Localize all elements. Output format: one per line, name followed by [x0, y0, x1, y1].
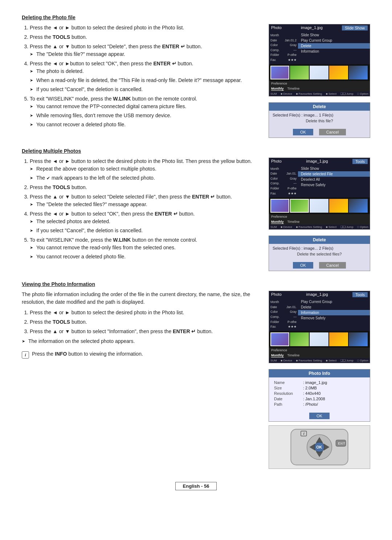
tab-active-2a: Tools	[352, 159, 368, 164]
dialog-body-1: Selected File(s) : image... 1 File(s) De…	[269, 111, 370, 127]
dialog-cancel-btn-2[interactable]: Cancel	[319, 262, 346, 269]
remote-svg: i EXIT OK	[269, 426, 370, 469]
menu-remove-safely: Remove Safely	[298, 182, 370, 188]
thumb-img-2-2	[291, 200, 308, 212]
photo-label-1a: Photo	[271, 25, 282, 30]
value-path: : /Photo/	[303, 402, 318, 406]
dialog-selected-text-1: Selected File(s) : image... 1 File(s)	[273, 113, 366, 117]
svg-text:EXIT: EXIT	[338, 442, 345, 445]
text-col-3: The photo file information including the…	[22, 291, 258, 359]
photo-info-buttons: OK	[269, 410, 370, 421]
note-1-4a: The photo is deleted.	[30, 68, 258, 75]
footer-sum-2: SUM	[270, 225, 277, 229]
info-comp-2: Comp.---	[270, 181, 297, 186]
value-date: : Jan.1.2008	[303, 397, 325, 401]
pref-monthly-3: Monthly	[271, 353, 284, 357]
ui-pref-bar-3b: Monthly Timeline	[269, 353, 370, 358]
step-1-2: Press the TOOLS button.	[30, 33, 258, 41]
footer-option-2: □ Option	[357, 225, 368, 229]
footer-device-2: ■ Device	[281, 225, 292, 229]
ui-menu-1a: Slide Show Play Current Group Delete Inf…	[298, 32, 370, 64]
ui-menu-2a: Slide Show Delete selected File Deselect…	[298, 165, 370, 198]
footer-jump: ❏❏ Jump	[340, 92, 354, 95]
dialog-title-2: Delete	[269, 236, 370, 244]
steps-list-3: Press the ◄ or ► button to select the de…	[22, 309, 258, 335]
info-comp: Comp.---	[270, 48, 297, 53]
ui-pref-bar-3a: Preference	[269, 348, 370, 353]
thumb-img-2-5	[349, 199, 368, 213]
menu-remove-safely-3: Remove Safely	[298, 315, 370, 321]
ui-footer-3a: SUM ■ Device ■ Favourites Setting ■ Sele…	[269, 358, 370, 363]
note-3-1: The information on the selected photo ap…	[22, 338, 258, 345]
section-viewing-photo-info: Viewing the Photo Information The photo …	[22, 281, 370, 469]
filename-2a: image_1.jpg	[306, 159, 328, 164]
page-footer: English - 56	[22, 480, 370, 492]
ui-screenshot-2a: Photo image_1.jpg Tools Month DateJan.01…	[269, 158, 370, 230]
text-col-2: Press the ◄ or ► button to select the de…	[22, 158, 258, 263]
thumb-img-3-3	[310, 332, 328, 346]
thumb-img-2-4	[329, 199, 348, 213]
note-2-1b: The ✔ mark appears to the left of the se…	[30, 174, 258, 182]
photo-info-path: Path : /Photo/	[274, 402, 365, 406]
step-1-4: Press the ◄ or ►button to select "OK", t…	[30, 60, 258, 93]
photo-info-body: Name : image_1.jpg Size : 2.0MB Resoluti…	[269, 377, 370, 410]
info-note-3: i Press the INFO button to viewing the i…	[22, 351, 258, 359]
ui-thumbnails-1a	[269, 64, 370, 81]
dialog-ok-btn-1[interactable]: OK	[293, 129, 313, 135]
info-fav-2: Fav.★★★	[270, 191, 297, 196]
step-2-3: Press the ▲ or ▼ button to select "Delet…	[30, 193, 258, 208]
ui-col-1: Photo image_1.jpg Slide Show Month DateJ…	[269, 24, 370, 138]
ui-header-3a: Photo image_1.jpg Tools	[269, 291, 370, 298]
ui-info-panel-3a: Month DateJan.01. ColorGray Comp.--- Fol…	[269, 298, 298, 331]
menu-play-current: Play Current Group	[298, 38, 370, 43]
ui-screenshot-3a: Photo image_1.jpg Tools Month DateJan.01…	[269, 291, 370, 363]
info-folder-3: FolderP-othe	[270, 320, 297, 325]
info-month: Month	[270, 33, 297, 38]
photo-info-ok-btn[interactable]: OK	[309, 413, 330, 419]
ui-main-area-1a: Month DateJan.01.2 ColorGray Comp.--- Fo…	[269, 32, 370, 64]
menu-play-current-3: Play Current Group	[298, 299, 370, 304]
info-month-3: Month	[270, 300, 297, 305]
thumb-4	[329, 66, 348, 79]
ui-header-2a: Photo image_1.jpg Tools	[269, 158, 370, 165]
photo-label-2a: Photo	[271, 159, 282, 164]
tab-active-3a: Tools	[352, 292, 368, 297]
ui-pref-bar-2a: Preference	[269, 214, 370, 219]
photo-info-title: Photo Info	[269, 369, 370, 377]
thumb-3-4	[329, 332, 348, 346]
info-date-3: DateJan.01.	[270, 305, 297, 310]
thumb-img-4	[329, 66, 348, 79]
thumb-img-5	[349, 66, 368, 79]
value-size: : 2.0MB	[303, 386, 317, 390]
menu-delete-active: Delete	[298, 43, 370, 49]
ui-screenshot-1a: Photo image_1.jpg Slide Show Month DateJ…	[269, 24, 370, 97]
thumb-3-1	[270, 332, 289, 346]
text-col-1: Press the ◄ or ► button to select the de…	[22, 24, 258, 131]
step-1-3: Press the ▲ or ▼ button to select "Delet…	[30, 43, 258, 58]
thumb-2-5	[349, 199, 368, 213]
ui-pref-bar-1a: Preference	[269, 81, 370, 86]
thumb-3-2	[290, 332, 309, 346]
note-1-5c: You cannot recover a deleted photo file.	[30, 121, 258, 128]
note-2-4b: If you select "Cancel", the deletion is …	[30, 227, 258, 234]
note-2-1a: Repeat the above operation to select mul…	[30, 165, 258, 173]
dialog-title-1: Delete	[269, 103, 370, 111]
photo-info-size: Size : 2.0MB	[274, 386, 365, 390]
thumb-img-3-2	[290, 332, 309, 346]
photo-label-3a: Photo	[271, 292, 282, 297]
ui-col-3: Photo image_1.jpg Tools Month DateJan.01…	[269, 291, 370, 469]
thumb-2-3	[310, 199, 328, 213]
info-note-text-3: Press the INFO button to viewing the inf…	[32, 351, 143, 357]
note-2-5a: You cannot remove the read-only files fr…	[30, 244, 258, 251]
svg-text:i: i	[303, 431, 305, 435]
note-1-4b: When a read-only file is deleted, the "T…	[30, 77, 258, 84]
thumb-3-3	[310, 332, 328, 346]
ui-info-panel-1a: Month DateJan.01.2 ColorGray Comp.--- Fo…	[269, 32, 298, 64]
note-1-5a: You cannot remove the PTP-connected digi…	[30, 103, 258, 110]
value-name: : image_1.jpg	[303, 380, 327, 385]
thumb-img-1	[271, 66, 289, 79]
step-3-2: Press the TOOLS button.	[30, 318, 258, 326]
content-row-1: Press the ◄ or ► button to select the de…	[22, 24, 370, 138]
dialog-ok-btn-2[interactable]: OK	[293, 262, 313, 269]
dialog-cancel-btn-1[interactable]: Cancel	[319, 129, 346, 135]
